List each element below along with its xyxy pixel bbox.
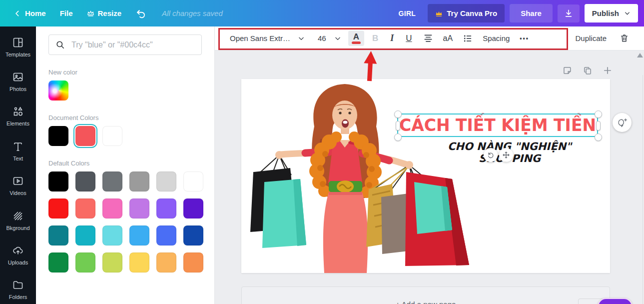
text-case-button[interactable]: aA: [438, 31, 458, 46]
color-swatch[interactable]: [75, 172, 95, 192]
share-label: Share: [521, 9, 542, 18]
crown-icon: [87, 10, 94, 16]
text-color-button[interactable]: A: [348, 30, 364, 46]
document-colors-label: Document Colors: [48, 114, 202, 122]
help-button[interactable]: [598, 298, 633, 304]
color-swatch[interactable]: [102, 252, 122, 272]
templates-icon: [12, 36, 24, 48]
home-button[interactable]: Home: [7, 4, 52, 22]
search-icon: [55, 40, 65, 50]
photos-icon: [12, 71, 24, 83]
color-swatch[interactable]: [183, 226, 203, 246]
color-swatch[interactable]: [129, 198, 149, 218]
document-title[interactable]: GIRL: [392, 10, 423, 18]
color-swatch[interactable]: [156, 172, 176, 192]
color-swatch[interactable]: [129, 252, 149, 272]
page-notes-button[interactable]: [562, 64, 574, 76]
color-swatch[interactable]: [75, 226, 95, 246]
sidebar-item-text[interactable]: Text: [0, 134, 36, 168]
color-swatch[interactable]: [129, 172, 149, 192]
home-label: Home: [25, 9, 46, 18]
publish-label: Publish: [592, 9, 619, 18]
comment-button[interactable]: [613, 113, 632, 132]
selection-handle-top-left[interactable]: [394, 110, 402, 118]
color-swatch[interactable]: [183, 172, 203, 192]
color-swatch[interactable]: [102, 126, 122, 146]
color-panel: New color Document Colors Default Colors: [36, 26, 215, 304]
sidebar-item-templates[interactable]: Templates: [0, 30, 36, 64]
selection-handle-top-right[interactable]: [595, 110, 602, 118]
rotate-handle[interactable]: [484, 148, 498, 162]
color-swatch[interactable]: [183, 198, 203, 218]
font-size-value: 46: [318, 34, 326, 42]
delete-button[interactable]: [615, 30, 634, 46]
duplicate-page-button[interactable]: [582, 64, 594, 76]
toolbar-right: Duplicate: [570, 30, 634, 46]
copy-pages-icon: [583, 66, 593, 76]
sidebar-item-background[interactable]: Bkground: [0, 203, 36, 238]
sidebar-label: Text: [13, 156, 23, 162]
scroll-up-button[interactable]: [636, 52, 644, 58]
design-page[interactable]: [241, 79, 610, 273]
spacing-button[interactable]: Spacing: [478, 31, 515, 46]
canvas-title-text[interactable]: CÁCH TIẾT KIỆM TIỀN: [398, 114, 597, 137]
sidebar-label: Templates: [5, 52, 30, 58]
resize-button[interactable]: Resize: [80, 4, 128, 22]
color-swatch[interactable]: [75, 252, 95, 272]
color-swatch[interactable]: [102, 226, 122, 246]
resize-label: Resize: [98, 9, 122, 18]
more-options-button[interactable]: •••: [515, 32, 534, 45]
add-new-page-button[interactable]: + Add a new page: [241, 286, 610, 304]
save-status: All changes saved: [162, 9, 223, 18]
sidebar-item-folders[interactable]: Folders: [0, 272, 36, 304]
sidebar-item-photos[interactable]: Photos: [0, 64, 36, 98]
color-swatch[interactable]: [156, 252, 176, 272]
sidebar-item-videos[interactable]: Videos: [0, 168, 36, 203]
color-search-box: [48, 34, 202, 55]
selection-handle-bottom-right[interactable]: [595, 134, 602, 141]
color-swatch[interactable]: [102, 198, 122, 218]
scrollbar-track[interactable]: [643, 75, 643, 304]
file-button[interactable]: File: [53, 4, 79, 22]
font-size-select[interactable]: 46: [313, 31, 346, 46]
color-swatch[interactable]: [156, 198, 176, 218]
color-swatch[interactable]: [75, 198, 95, 218]
color-swatch[interactable]: [102, 172, 122, 192]
move-handle[interactable]: [499, 148, 513, 162]
shopping-woman-image[interactable]: [241, 79, 471, 273]
comment-plus-icon: [617, 118, 628, 128]
color-swatch[interactable]: [75, 126, 95, 146]
new-color-picker[interactable]: [48, 80, 68, 100]
sidebar-item-elements[interactable]: Elements: [0, 99, 36, 134]
color-swatch[interactable]: [129, 226, 149, 246]
share-button[interactable]: Share: [510, 4, 553, 22]
move-icon: [502, 151, 510, 159]
background-icon: [12, 210, 24, 222]
color-search-input[interactable]: [70, 40, 195, 50]
duplicate-button[interactable]: Duplicate: [570, 31, 612, 46]
text-align-button[interactable]: [418, 30, 438, 46]
color-swatch[interactable]: [183, 252, 203, 272]
sidebar-item-uploads[interactable]: Uploads: [0, 238, 36, 272]
color-swatch[interactable]: [48, 126, 68, 146]
color-swatch[interactable]: [48, 252, 68, 272]
italic-button[interactable]: I: [384, 30, 400, 46]
publish-button[interactable]: Publish: [585, 4, 638, 22]
color-swatch[interactable]: [48, 198, 68, 218]
bold-button[interactable]: B: [366, 30, 384, 46]
color-swatch[interactable]: [48, 172, 68, 192]
selection-handle-bottom-left[interactable]: [394, 134, 402, 141]
underline-button[interactable]: U: [400, 30, 418, 46]
font-family-select[interactable]: Open Sans Extra ...: [225, 31, 310, 46]
folders-icon: [12, 279, 24, 291]
list-button[interactable]: [458, 30, 478, 46]
selection-handle-right[interactable]: [596, 121, 601, 130]
chevron-down-icon: [298, 35, 305, 42]
undo-button[interactable]: [129, 4, 153, 24]
add-page-icon-button[interactable]: [602, 64, 614, 76]
color-swatch[interactable]: [48, 226, 68, 246]
selection-handle-left[interactable]: [396, 121, 400, 130]
color-swatch[interactable]: [156, 226, 176, 246]
download-button[interactable]: [558, 4, 580, 22]
try-canva-pro-button[interactable]: Try Canva Pro: [428, 4, 505, 22]
